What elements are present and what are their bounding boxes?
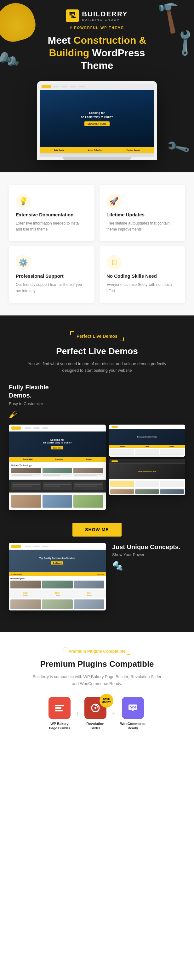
mock-cta: Learn More — [51, 446, 64, 449]
demos-section: Perfect Live Demos Perfect Live Demos Yo… — [0, 315, 194, 632]
mock-links-2 — [24, 546, 48, 547]
mock-site-2-main: Top Quality Construction Services Get St… — [9, 543, 106, 611]
mock-card-line — [12, 474, 41, 474]
mock-yellow-bar: Quality Build Innovation Support — [9, 457, 106, 462]
mock-nav — [9, 425, 106, 431]
mock-cards-s2 — [110, 480, 184, 487]
mock-card — [43, 468, 72, 477]
mock-dark-line — [44, 485, 60, 487]
save-badge: SAVEMONEY — [99, 694, 113, 708]
wrench-icon: 🔧 — [165, 135, 191, 160]
bar-text: Innovation — [55, 458, 63, 460]
mock-card-line — [43, 475, 60, 476]
feature-title-documentation: Extensive Documentation — [16, 212, 74, 217]
mock-text-2: Top Quality Construction Services Get St… — [39, 557, 75, 565]
logo-area: 🏗 BUILDERRY BUILDING GROUP — [66, 10, 128, 22]
mock-dark-line — [75, 484, 102, 485]
screen-nav — [40, 84, 154, 90]
demos-headline: Perfect Live Demos — [56, 346, 138, 356]
mock-card-text — [74, 473, 103, 477]
logo-subtitle: BUILDING GROUP — [82, 18, 128, 21]
mock-content-2: Recent Projects — [9, 576, 106, 590]
show-me-wrapper: SHOW ME — [6, 523, 188, 536]
mock-c-s1 — [135, 449, 159, 455]
hero-tag: # POWERFUL WP THEME — [70, 26, 124, 30]
mock-logo-2 — [11, 545, 21, 548]
paint-roller-icon: 🖌 — [9, 409, 72, 420]
bar-text: Support — [86, 458, 92, 460]
demo-title-2: Just Unique Concepts. — [112, 543, 185, 551]
demos-tag: Perfect Live Demos — [70, 331, 124, 341]
features-grid: 💡 Extensive Documentation Extensive info… — [9, 185, 185, 303]
mock-dark-line — [13, 484, 40, 485]
mock-project-2 — [10, 581, 41, 589]
mock-nav-s1 — [109, 425, 185, 429]
screen-nav-link — [52, 86, 59, 88]
mock-project-2 — [42, 581, 72, 589]
mock-site-main: Looking for an Easier Way to Build? Lear… — [9, 425, 106, 510]
mock-team-2 — [9, 598, 106, 611]
mock-stat-2: 235+ Projects — [10, 592, 41, 596]
bar-s1-text: About — [146, 445, 149, 447]
mock-card-text — [43, 473, 72, 477]
plugins-tag: Premium Plugins Compatible — [64, 648, 131, 655]
plugin-plus-1: + — [75, 710, 79, 717]
mock-dark-card — [74, 482, 103, 490]
mock-img-s2 — [110, 489, 134, 494]
feature-card-support: ⚙️ Professional Support Our friendly sup… — [9, 246, 95, 302]
demo-screenshot-side: Construction Services Services About Con… — [109, 425, 185, 510]
bar-item-2: Get A Quote — [97, 573, 104, 575]
wpbakery-svg — [54, 702, 65, 714]
screen-hero-text: Looking foran Easier Way to Build? — [75, 111, 119, 119]
demo-row-2: Top Quality Construction Services Get St… — [9, 543, 185, 613]
mock-content-section: Unique Technology — [9, 462, 106, 480]
bar-s1-text: Services — [120, 445, 125, 447]
woo-svg — [127, 702, 139, 714]
demo-block-2: Top Quality Construction Services Get St… — [9, 543, 185, 613]
screen-nav-links — [52, 86, 85, 88]
stat-number: 412+ — [42, 592, 73, 594]
mock-bottom-section — [9, 493, 106, 510]
laptop-mockup: Looking foran Easier Way to Build? Disco… — [37, 81, 157, 160]
mock-bar-s1: Services About Contact — [109, 445, 185, 448]
screen-nav-logo — [42, 85, 51, 88]
svg-rect-1 — [55, 707, 61, 709]
screen-cta-btn: Discover More — [84, 121, 110, 126]
mock-bottom-s2 — [109, 488, 185, 495]
plugin-item-woocommerce: WooCommerceReady — [120, 697, 145, 730]
mock-dark-cards — [11, 482, 103, 490]
mock-cards-s1 — [110, 449, 184, 455]
logo-title: BUILDERRY — [82, 10, 128, 18]
mock-projects-2 — [10, 581, 104, 589]
mock-c-s1 — [160, 449, 184, 455]
demo-title-1: Fully Flexible Demos. — [9, 383, 72, 399]
demo-label-text-1: Fully Flexible Demos. Easy to Customize … — [9, 383, 72, 420]
laptop-base — [40, 153, 154, 157]
feature-icon-updates: 🚀 — [106, 194, 122, 209]
mock-img-s2 — [135, 489, 159, 494]
hammer-icon: 🔨 — [148, 0, 190, 37]
mock-section-title: Unique Technology — [11, 464, 103, 466]
helmet-decoration — [0, 0, 39, 45]
mock-text-s2: What We Do For You — [138, 471, 157, 473]
plugins-desc: Builderry is compatible with WP Bakery P… — [31, 673, 163, 687]
mock-img-card — [43, 495, 72, 508]
plugin-icon-wpbakery — [48, 697, 71, 719]
screen-nav-link — [79, 86, 85, 88]
screw-icon: 🔩 — [112, 561, 185, 571]
mock-card — [74, 468, 103, 477]
mock-text-s1-line: Construction Services — [137, 436, 157, 438]
mock-btn-2: Get Started — [51, 562, 64, 565]
revolution-svg — [90, 702, 101, 714]
mock-dark-card — [43, 482, 72, 490]
laptop-screen: Looking foran Easier Way to Build? Disco… — [40, 84, 154, 153]
feature-desc-updates: Free lifetime autoupdates that contain t… — [106, 221, 178, 232]
mock-hero: Looking for an Easier Way to Build? Lear… — [9, 431, 106, 457]
feature-icon-documentation: 💡 — [16, 194, 31, 209]
plugin-label-revolution: RevolutionSlider — [86, 721, 104, 730]
logo-icon: 🏗 — [66, 10, 79, 22]
mock-text-s1: Construction Services — [137, 436, 157, 438]
demo-screenshot-main: Looking for an Easier Way to Build? Lear… — [9, 425, 106, 510]
stat-number: 18+ — [74, 592, 104, 594]
show-me-button[interactable]: SHOW ME — [72, 523, 121, 536]
